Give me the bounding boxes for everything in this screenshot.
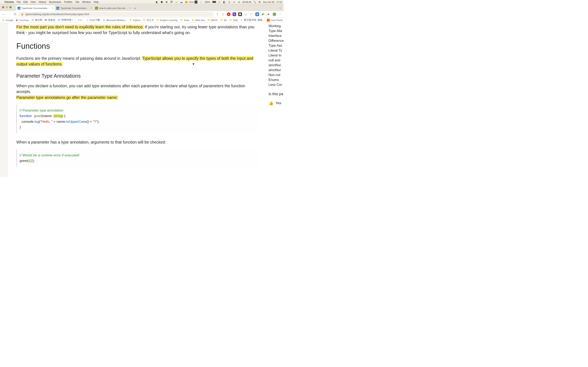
forward-button[interactable]: → <box>7 12 11 16</box>
bookmark-taobao[interactable]: 淘淘宝网 - 淘! 我喜欢 <box>31 18 55 22</box>
toc-item[interactable]: Interface <box>268 34 284 38</box>
bookmark-folder-msfs[interactable]: 📁MSFS <box>208 19 218 22</box>
profile-avatar[interactable] <box>273 12 276 16</box>
code-comment: // Parameter type annotation <box>20 108 63 112</box>
time-elapsed[interactable]: 00:06:46 <box>242 1 251 3</box>
bookmark-folder-python[interactable]: 📁Python <box>130 19 140 22</box>
search-icon[interactable]: 🔍 <box>253 1 256 3</box>
status-icon[interactable]: A <box>195 1 198 3</box>
menu-window[interactable]: Window <box>82 1 91 3</box>
battery-icon[interactable] <box>212 1 216 3</box>
toc-item[interactable]: Type Ass <box>268 44 284 48</box>
status-icon[interactable]: ◧ <box>223 1 226 3</box>
bookmark-folder-dsa[interactable]: 📁DSA <box>229 19 238 22</box>
toc-item[interactable]: Literal Ty <box>268 49 284 52</box>
toc-item[interactable]: Literal In <box>268 53 284 57</box>
back-button[interactable]: ← <box>2 12 6 16</box>
status-icon[interactable]: OK&s <box>190 1 192 3</box>
maximize-window-button[interactable] <box>9 6 12 8</box>
extension-icon[interactable]: ⬡ <box>250 12 253 16</box>
bookmark-hackernews[interactable]: YOver Points | Hack... <box>267 19 284 22</box>
bookmark-folder-tools[interactable]: 📁Tools <box>180 19 189 22</box>
tabs-menu-button[interactable]: ⌄ <box>279 6 282 9</box>
menu-history[interactable]: History <box>39 1 46 3</box>
toc-item[interactable]: Less Cor <box>268 83 284 87</box>
status-icon[interactable]: ● <box>233 1 236 3</box>
feedback-yes-button[interactable]: 👍 Yes <box>268 101 284 106</box>
bookmark-youtube[interactable]: ▶YouTube <box>16 19 29 22</box>
status-icon[interactable]: ⬢ <box>160 1 163 3</box>
toc-item[interactable]: null and <box>268 58 284 62</box>
close-tab-icon[interactable]: × <box>52 7 53 9</box>
code-method: toUpperCase <box>66 120 86 124</box>
bookmark-folder-bjut[interactable]: 📁北工大 <box>143 18 154 22</box>
intro-paragraph: For the most part you don't need to expl… <box>16 24 259 36</box>
toc-item[interactable]: Difference <box>268 39 284 43</box>
bookmark-whiteboard[interactable]: MMicrosoft Whitebo... <box>103 19 127 22</box>
tab-typescript-2[interactable]: TS TypeScript: Documentation - N × <box>55 5 94 11</box>
status-icon[interactable]: ✿ <box>165 1 168 3</box>
extension-icon[interactable]: ▦ <box>255 12 259 16</box>
extensions-menu-icon[interactable]: 🧩 <box>261 12 265 16</box>
control-center-icon[interactable]: ⚙ <box>258 1 261 3</box>
feedback-question: Is this pa <box>268 92 284 96</box>
minimize-window-button[interactable] <box>6 6 8 8</box>
close-window-button[interactable] <box>2 6 4 8</box>
menu-tab[interactable]: Tab <box>75 1 79 3</box>
menu-bookmarks[interactable]: Bookmarks <box>49 1 61 3</box>
status-icon[interactable]: ☁ <box>180 1 183 3</box>
extension-icon[interactable]: ● <box>227 12 231 16</box>
code-comment: // Would be a runtime error if executed! <box>20 153 80 157</box>
bookmark-library[interactable]: V数字图书馆. 搜索... <box>240 18 264 22</box>
extension-icon[interactable]: ▶ <box>267 12 270 16</box>
close-tab-icon[interactable]: × <box>90 7 92 9</box>
menubar-date[interactable]: Sun Oct 30 <box>263 1 274 3</box>
close-tab-icon[interactable]: × <box>129 7 131 9</box>
wifi-icon[interactable]: ⚠ <box>218 1 221 3</box>
toc-item[interactable]: Working <box>268 24 284 28</box>
menu-view[interactable]: View <box>30 1 36 3</box>
toc-item[interactable]: Enums <box>268 78 284 82</box>
status-icon[interactable]: ▭ <box>175 1 178 3</box>
bookmark-bilibili[interactable]: 哔哔哩哔哩 (゜-゜)つ... <box>58 18 84 22</box>
code-text: (name: <box>42 114 54 118</box>
menu-edit[interactable]: Edit <box>24 1 28 3</box>
toc-item[interactable]: strictNul <box>268 68 284 72</box>
bookmark-folder-se[interactable]: 📁SE <box>220 19 227 22</box>
tab-typescript-1[interactable]: TS TypeScript: Documentation - E × <box>16 5 55 11</box>
new-tab-button[interactable]: + <box>132 6 138 11</box>
functions-paragraph: Functions are the primary means of passi… <box>16 55 259 67</box>
tab-vitest[interactable]: V How to write your first unit tes × <box>94 5 132 11</box>
menu-file[interactable]: File <box>17 1 20 3</box>
toc-item[interactable]: Type Alia <box>268 29 284 33</box>
menu-profiles[interactable]: Profiles <box>64 1 72 3</box>
menu-help[interactable]: Help <box>94 1 99 3</box>
extension-icon[interactable]: 📋 <box>238 12 242 16</box>
status-icon[interactable]: ● <box>238 1 241 3</box>
lock-icon[interactable]: 🔒 <box>21 13 24 16</box>
status-icon[interactable]: ◧ <box>155 1 158 3</box>
extension-icon[interactable]: A <box>233 12 236 16</box>
bookmark-google[interactable]: GGoogle <box>2 19 13 22</box>
bookmark-star-button[interactable]: ☆ <box>221 12 225 16</box>
reload-button[interactable]: ⟳ <box>13 12 17 16</box>
bookmark-folder-webdev[interactable]: 📁Web Dev <box>192 19 205 22</box>
status-icon[interactable]: ♀ <box>199 1 202 3</box>
toc-item[interactable]: Non-nul <box>268 73 284 77</box>
address-bar[interactable]: 🔒 typescriptlang.org/docs/handbook/2/eve… <box>19 12 214 17</box>
highlighted-text: Parameter type annotations go after the … <box>16 95 118 100</box>
toc-item[interactable]: strictNul <box>268 63 284 67</box>
bookmark-flyint[interactable]: ✈Flyint飞数 <box>86 18 100 22</box>
menubar-time[interactable]: 17:10 <box>276 1 282 3</box>
extension-icon[interactable]: ◯ <box>244 12 248 16</box>
status-icon[interactable]: 🐱 <box>185 1 188 3</box>
bluetooth-icon[interactable]: ⚹ <box>228 1 231 3</box>
app-name[interactable]: Chrome <box>4 1 14 3</box>
share-button[interactable]: ⤴ <box>215 12 219 16</box>
bookmark-folder-english[interactable]: 📁English Learning <box>156 19 178 22</box>
status-icon[interactable]: 拼 <box>170 1 173 3</box>
code-keyword: function <box>20 114 32 118</box>
battery-percent[interactable]: 100% <box>204 1 210 3</box>
chrome-menu-icon[interactable]: ⋮ <box>278 12 282 16</box>
tab-title: TypeScript: Documentation - N <box>61 7 89 9</box>
